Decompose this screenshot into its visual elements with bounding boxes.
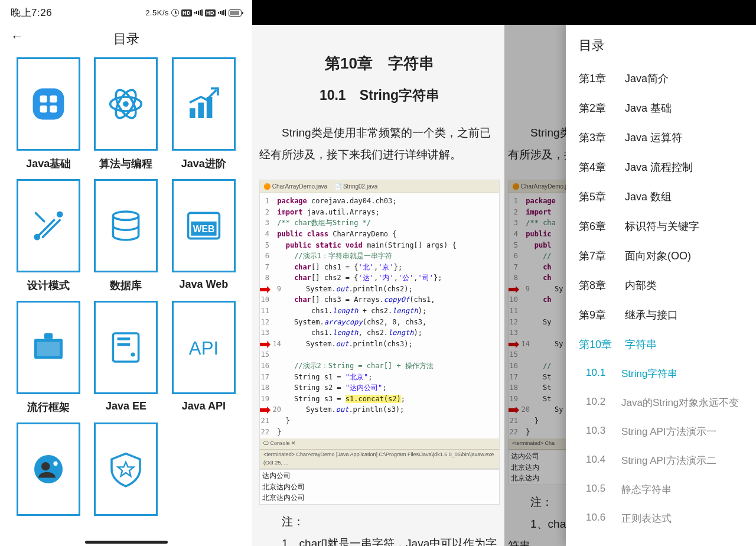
editor-tab: 🟠 CharArrayDemo.java <box>263 182 327 191</box>
tile-java-ee[interactable]: Java EE <box>92 301 160 414</box>
svg-rect-3 <box>40 105 47 112</box>
screen-reader-toc: .. String类是使用非常频繁的一个类，之前已经有所涉及，接下来我们进行详绅… <box>504 0 756 546</box>
page-title: 目录 <box>113 31 139 46</box>
svg-text:API: API <box>189 338 219 359</box>
top-black-bar <box>504 0 756 25</box>
toc-chapter[interactable]: 第10章字符串 <box>566 330 756 359</box>
toc-section[interactable]: 10.3String API方法演示一 <box>566 417 756 446</box>
tools-icon <box>27 204 70 247</box>
svg-rect-0 <box>33 89 64 120</box>
home-indicator[interactable] <box>85 541 168 544</box>
chart-icon <box>183 83 225 125</box>
apps-icon <box>27 83 70 125</box>
tile-label: Java API <box>182 400 226 412</box>
code-screenshot: 🟠 CharArrayDemo.java📄 String02.java 1 pa… <box>259 180 500 505</box>
tile-database[interactable]: 数据库 <box>92 179 160 292</box>
tile-algorithm[interactable]: 算法与编程 <box>92 57 160 171</box>
clock-text: 晚上7:26 <box>11 6 52 20</box>
app-bar: ← 目录 <box>0 23 252 57</box>
svg-rect-9 <box>190 108 195 118</box>
section-title: 10.1 String字符串 <box>259 82 500 109</box>
svg-point-24 <box>131 352 135 356</box>
svg-point-13 <box>58 212 62 216</box>
web-icon: WEB <box>183 204 225 247</box>
svg-text:WEB: WEB <box>193 224 214 234</box>
tile-java-api[interactable]: API Java API <box>170 301 238 414</box>
svg-point-28 <box>54 462 58 466</box>
toc-chapter[interactable]: 第5章Java 数组 <box>566 182 756 212</box>
tile-java-web[interactable]: WEB Java Web <box>170 179 238 292</box>
category-grid: Java基础 算法与编程 Java进阶 设计模式 数据库 WEB Java W <box>0 57 252 522</box>
alarm-icon <box>171 9 179 17</box>
toc-section[interactable]: 10.4String API方法演示二 <box>566 446 756 475</box>
svg-point-27 <box>41 462 50 470</box>
note-line: 1、char[]就是一串字符，Java中可以作为字符串。 <box>259 532 500 546</box>
tile-label: 设计模式 <box>27 278 70 292</box>
toc-chapter[interactable]: 第7章面向对象(OO) <box>566 241 756 271</box>
section-list: 10.1String字符串10.2Java的String对象永远不变10.3St… <box>566 359 756 533</box>
toc-section[interactable]: 10.1String字符串 <box>566 359 756 388</box>
svg-rect-19 <box>37 342 60 356</box>
article-content[interactable]: 第10章 字符串 10.1 String字符串 String类是使用非常频繁的一… <box>252 25 504 546</box>
toc-section[interactable]: 10.2Java的String对象永远不变 <box>566 388 756 417</box>
tile-label: Java进阶 <box>181 157 226 171</box>
toc-chapter[interactable]: 第8章内部类 <box>566 271 756 300</box>
tile-users[interactable] <box>14 422 83 522</box>
tile-label: Java Web <box>179 278 228 291</box>
signal-icon <box>194 9 203 17</box>
toc-section[interactable]: 10.5静态字符串 <box>566 475 756 504</box>
chapter-list: 第1章Java简介第2章Java 基础第3章Java 运算符第4章Java 流程… <box>566 64 756 359</box>
chapter-title: 第10章 字符串 <box>259 48 500 79</box>
note-heading: 注： <box>259 511 500 532</box>
toc-chapter[interactable]: 第6章标识符与关键字 <box>566 212 756 241</box>
svg-rect-2 <box>50 96 57 103</box>
back-icon[interactable]: ← <box>11 29 24 44</box>
tile-label: Java基础 <box>26 157 71 171</box>
svg-point-14 <box>113 212 139 220</box>
toc-chapter[interactable]: 第4章Java 流程控制 <box>566 152 756 182</box>
signal-icon-2 <box>218 9 226 17</box>
tile-java-basics[interactable]: Java基础 <box>14 57 83 171</box>
toc-chapter[interactable]: 第1章Java简介 <box>566 64 756 93</box>
toc-chapter[interactable]: 第2章Java 基础 <box>566 93 756 123</box>
hd-badge-2: HD <box>205 9 216 17</box>
screen-home: 晚上7:26 2.5K/s HD HD ← 目录 Java基础 <box>0 0 252 546</box>
tile-label: 数据库 <box>110 278 142 292</box>
tile-label: Java EE <box>106 400 146 412</box>
drawer-title: 目录 <box>566 25 756 64</box>
toc-chapter[interactable]: 第3章Java 运算符 <box>566 123 756 152</box>
status-bar: 晚上7:26 2.5K/s HD HD <box>0 0 252 23</box>
svg-point-8 <box>123 101 129 107</box>
svg-point-12 <box>35 235 39 239</box>
api-icon: API <box>183 326 225 369</box>
hd-badge: HD <box>181 9 192 17</box>
tile-label: 算法与编程 <box>99 157 152 171</box>
svg-rect-20 <box>44 333 53 339</box>
tile-label: 流行框架 <box>27 400 70 414</box>
toc-section[interactable]: 10.6正则表达式 <box>566 504 756 533</box>
battery-icon <box>229 9 242 17</box>
tile-star[interactable] <box>92 422 160 522</box>
toc-drawer: 目录 第1章Java简介第2章Java 基础第3章Java 运算符第4章Java… <box>566 25 756 546</box>
editor-tab: 📄 String02.java <box>334 182 377 191</box>
shield-star-icon <box>105 448 147 490</box>
svg-rect-4 <box>50 105 57 112</box>
paragraph: String类是使用非常频繁的一个类，之前已经有所涉及，接下来我们进行详绅讲解。 <box>259 122 500 165</box>
atom-icon <box>105 83 147 125</box>
screen-reader: 第10章 字符串 10.1 String字符串 String类是使用非常频繁的一… <box>252 0 504 546</box>
server-icon <box>105 326 147 369</box>
svg-rect-1 <box>40 96 47 103</box>
svg-rect-23 <box>118 343 131 346</box>
tile-java-advance[interactable]: Java进阶 <box>170 57 238 171</box>
database-icon <box>105 204 147 247</box>
people-icon <box>27 448 70 490</box>
toc-chapter[interactable]: 第9章继承与接口 <box>566 300 756 330</box>
tile-framework[interactable]: 流行框架 <box>14 301 83 414</box>
top-black-bar <box>252 0 504 25</box>
svg-rect-22 <box>118 337 131 340</box>
tile-design-pattern[interactable]: 设计模式 <box>14 179 83 292</box>
board-icon <box>27 326 70 369</box>
net-speed: 2.5K/s <box>145 8 169 17</box>
svg-rect-10 <box>198 103 204 118</box>
